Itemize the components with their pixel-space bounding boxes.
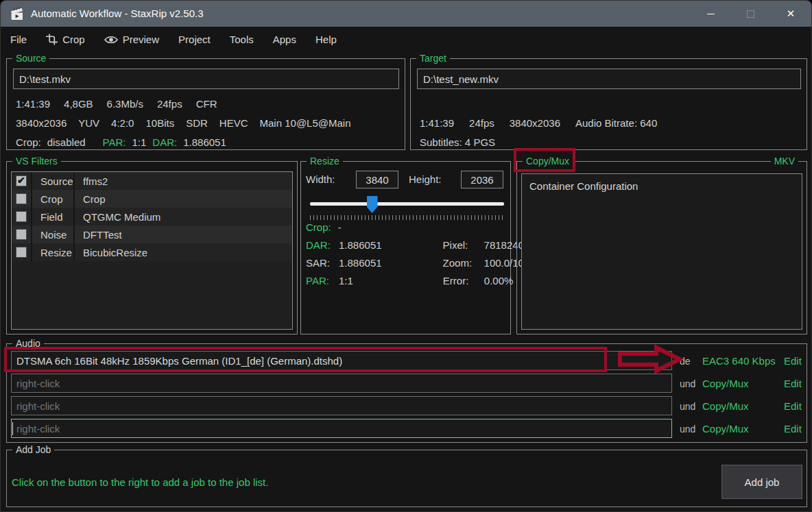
- audio-action-4[interactable]: Copy/Mux: [702, 423, 749, 435]
- audio-lang-1: de: [680, 356, 703, 367]
- add-job-group-label: Add Job: [12, 443, 54, 456]
- close-button[interactable]: ✕: [775, 1, 807, 27]
- audio-track-input-2[interactable]: [11, 374, 672, 393]
- menu-preview[interactable]: Preview: [95, 27, 169, 52]
- audio-edit-2[interactable]: Edit: [784, 378, 802, 389]
- maximize-icon: [747, 10, 754, 18]
- error-value: 0.00%: [474, 275, 514, 287]
- resize-crop-row: Crop: -: [306, 221, 342, 233]
- source-stats-row2: 3840x2036YUV4:2:010BitsSDRHEVCMain 10@L5…: [16, 117, 351, 129]
- filter-row-noise[interactable]: Noise DFTTest: [12, 225, 292, 243]
- height-label: Height:: [409, 173, 442, 185]
- maximize-button[interactable]: [735, 1, 766, 27]
- window-title: Automatic Workflow - StaxRip v2.50.3: [31, 1, 203, 27]
- menu-file[interactable]: File: [1, 27, 36, 52]
- resize-crop-value: -: [338, 221, 342, 233]
- height-input[interactable]: [461, 171, 503, 188]
- filter-checkbox-crop[interactable]: [16, 193, 27, 204]
- slider-ticks: [310, 215, 504, 220]
- source-par-value: 1:1: [132, 136, 146, 148]
- target-subtitles: Subtitles: 4 PGS: [420, 136, 495, 148]
- audio-lang-4: und: [680, 424, 703, 435]
- filter-checkbox-noise[interactable]: [16, 229, 27, 240]
- width-input[interactable]: [356, 171, 398, 188]
- source-crop-value: disabled: [47, 136, 86, 148]
- target-stats-row1: 1:41:3924fps3840x2036Audio Bitrate: 640: [420, 117, 657, 129]
- resize-slider[interactable]: [310, 196, 504, 214]
- add-job-button[interactable]: Add job: [721, 465, 802, 499]
- crop-icon: [46, 34, 58, 45]
- audio-track-input-4[interactable]: [11, 419, 672, 438]
- container-config-text: Container Configuration: [529, 180, 638, 192]
- app-window: Automatic Workflow - StaxRip v2.50.3 ✕ F…: [0, 0, 812, 512]
- filter-row-source[interactable]: Source ffms2: [12, 172, 292, 190]
- resize-group: Resize Width: Height: Crop: - DAR: 1.886…: [300, 161, 511, 334]
- pixel-label: Pixel:: [443, 239, 473, 251]
- target-group-label: Target: [416, 52, 450, 65]
- source-group-label: Source: [12, 52, 49, 65]
- audio-edit-3[interactable]: Edit: [784, 400, 802, 412]
- resize-dar-row: DAR: 1.886051 Pixel: 7818240: [306, 239, 524, 251]
- target-group: Target 1:41:3924fps3840x2036Audio Bitrat…: [410, 58, 807, 150]
- menu-tools[interactable]: Tools: [220, 27, 263, 52]
- vs-filters-group-label: VS Filters: [12, 155, 61, 168]
- minimize-button[interactable]: [695, 1, 726, 27]
- par-label[interactable]: PAR:: [306, 275, 339, 287]
- audio-edit-1[interactable]: Edit: [784, 355, 802, 367]
- source-par-label[interactable]: PAR:: [103, 136, 126, 148]
- menu-help[interactable]: Help: [306, 27, 346, 52]
- audio-track-input-3[interactable]: [11, 396, 672, 415]
- dar-label[interactable]: DAR:: [306, 239, 339, 251]
- width-label: Width:: [306, 173, 335, 185]
- source-stats-row3: Crop: disabled PAR: 1:1 DAR: 1.886051: [16, 136, 226, 148]
- audio-action-3[interactable]: Copy/Mux: [702, 400, 749, 412]
- text-caret: [12, 422, 13, 435]
- container-format-label[interactable]: MKV: [771, 155, 798, 168]
- zoom-label: Zoom:: [443, 257, 476, 269]
- title-bar: Automatic Workflow - StaxRip v2.50.3 ✕: [1, 1, 811, 27]
- slider-track[interactable]: [310, 202, 504, 206]
- add-job-message: Click on the button to the right to add …: [12, 476, 268, 488]
- menu-project[interactable]: Project: [169, 27, 220, 52]
- copymux-group: Copy/Mux MKV Container Configuration: [516, 161, 807, 334]
- source-dar-value: 1.886051: [183, 136, 226, 148]
- menu-apps[interactable]: Apps: [263, 27, 306, 52]
- target-path-input[interactable]: [417, 69, 801, 89]
- container-config-panel[interactable]: Container Configuration: [521, 173, 802, 330]
- filters-list: Source ffms2 Crop Crop Field QTGMC Mediu…: [11, 171, 293, 330]
- resize-sar-row: SAR: 1.886051 Zoom: 100.0/100.0: [306, 257, 538, 269]
- sar-value: 1.886051: [339, 257, 382, 269]
- audio-group-label: Audio: [12, 337, 44, 350]
- filter-checkbox-resize[interactable]: [16, 247, 27, 258]
- eye-icon: [104, 35, 118, 45]
- audio-group: Audio de EAC3 640 Kbps Edit und Copy/Mux…: [6, 343, 807, 443]
- source-group: Source 1:41:394,8GB6.3Mb/s24fpsCFR 3840x…: [6, 58, 405, 150]
- menu-bar: File Crop Preview Project Tools Apps Hel…: [1, 27, 811, 52]
- error-label: Error:: [443, 275, 474, 287]
- vs-filters-group: VS Filters Source ffms2 Crop Crop Field …: [6, 161, 298, 334]
- copymux-label[interactable]: Copy/Mux: [523, 155, 573, 168]
- audio-edit-4[interactable]: Edit: [784, 423, 802, 435]
- source-path-input[interactable]: [13, 69, 399, 89]
- menu-crop[interactable]: Crop: [36, 27, 95, 52]
- dar-value: 1.886051: [339, 239, 382, 251]
- audio-lang-2: und: [680, 378, 703, 389]
- filter-row-resize[interactable]: Resize BicubicResize: [12, 243, 292, 261]
- filter-checkbox-field[interactable]: [16, 211, 27, 222]
- clapperboard-icon: [10, 6, 25, 21]
- source-crop-label: Crop:: [16, 136, 41, 148]
- slider-thumb[interactable]: [367, 196, 378, 213]
- sar-label: SAR:: [306, 257, 339, 269]
- source-dar-label[interactable]: DAR:: [152, 136, 177, 148]
- audio-track-input-1[interactable]: [11, 351, 672, 370]
- resize-group-label: Resize: [307, 155, 343, 168]
- filter-row-crop[interactable]: Crop Crop: [12, 190, 292, 208]
- source-stats-row1: 1:41:394,8GB6.3Mb/s24fpsCFR: [16, 98, 217, 110]
- par-value: 1:1: [339, 275, 353, 287]
- audio-action-1[interactable]: EAC3 640 Kbps: [702, 355, 776, 367]
- audio-action-2[interactable]: Copy/Mux: [702, 378, 749, 389]
- audio-lang-3: und: [680, 401, 703, 412]
- filter-row-field[interactable]: Field QTGMC Medium: [12, 208, 292, 225]
- resize-crop-label[interactable]: Crop:: [306, 221, 331, 233]
- filter-checkbox-source[interactable]: [16, 175, 27, 186]
